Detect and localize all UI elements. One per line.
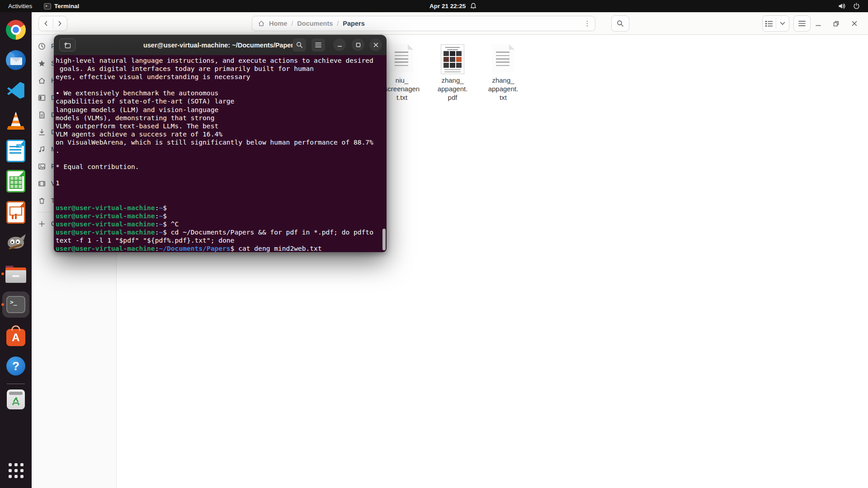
terminal-maximize-button[interactable] bbox=[352, 38, 364, 51]
breadcrumb[interactable]: Home / Documents / Papers ⋮ bbox=[252, 16, 595, 31]
document-icon bbox=[38, 111, 46, 119]
terminal-output[interactable]: high-level natural language instructions… bbox=[54, 55, 387, 252]
downloads-icon bbox=[38, 128, 46, 136]
new-tab-button[interactable] bbox=[59, 38, 75, 52]
videos-icon bbox=[38, 180, 46, 188]
power-icon bbox=[853, 3, 860, 9]
history-nav bbox=[38, 16, 67, 31]
back-button[interactable] bbox=[39, 16, 53, 31]
home-icon bbox=[38, 77, 46, 84]
breadcrumb-home[interactable]: Home bbox=[269, 20, 287, 27]
files-close-button[interactable] bbox=[849, 18, 860, 29]
view-options-dropdown[interactable] bbox=[776, 16, 789, 31]
dock-item-visual-studio-code[interactable] bbox=[5, 80, 27, 101]
terminal-title-bar[interactable]: user@user-virtual-machine: ~/Documents/P… bbox=[54, 35, 387, 55]
pictures-icon bbox=[38, 163, 46, 170]
dock-item-libreoffice-writer[interactable] bbox=[5, 140, 27, 162]
plus-icon bbox=[38, 220, 46, 228]
dock-item-libreoffice-calc[interactable] bbox=[5, 170, 27, 192]
dock-item-gnome-terminal[interactable]: >_ bbox=[5, 294, 27, 315]
breadcrumb-papers[interactable]: Papers bbox=[343, 20, 364, 27]
file-label: zhang_ appagent. txt bbox=[478, 76, 528, 102]
terminal-menu-button[interactable] bbox=[311, 38, 325, 52]
location-kebab-menu-icon[interactable]: ⋮ bbox=[581, 17, 593, 30]
files-header-bar: Home / Documents / Papers ⋮ bbox=[32, 12, 868, 35]
terminal-scrollbar[interactable] bbox=[382, 229, 386, 250]
files-hamburger-menu[interactable] bbox=[793, 15, 811, 32]
dock-item-gimp[interactable] bbox=[5, 232, 27, 254]
focused-app-label: Terminal bbox=[54, 3, 79, 9]
terminal-close-button[interactable] bbox=[369, 38, 382, 51]
dock-item-vlc-media-player[interactable] bbox=[5, 110, 27, 131]
file-label: zhang_ appagent. pdf bbox=[427, 76, 478, 102]
dock-item-libreoffice-impress[interactable] bbox=[5, 202, 27, 223]
terminal-window: user@user-virtual-machine: ~/Documents/P… bbox=[54, 35, 387, 252]
focused-app-menu[interactable]: > Terminal bbox=[44, 0, 79, 12]
view-toggle-split-button bbox=[762, 15, 789, 32]
running-indicator-dot bbox=[1, 272, 4, 275]
files-search-button[interactable] bbox=[611, 15, 629, 32]
file-item-zhang_appagent.txt[interactable]: zhang_ appagent. txt bbox=[478, 44, 528, 102]
dock-item-help[interactable]: ? bbox=[5, 355, 27, 377]
forward-button[interactable] bbox=[53, 16, 67, 31]
dock-item-show-applications[interactable] bbox=[5, 460, 27, 481]
notification-bell-icon bbox=[470, 3, 476, 9]
trash-icon bbox=[38, 197, 46, 205]
terminal-app-icon: > bbox=[44, 3, 51, 9]
dock-divider bbox=[7, 384, 25, 384]
dock-item-google-chrome[interactable] bbox=[5, 19, 27, 41]
dock-item-nautilus-files[interactable] bbox=[5, 263, 27, 285]
star-icon bbox=[38, 60, 46, 67]
activities-button[interactable]: Activities bbox=[8, 0, 32, 12]
volume-icon bbox=[838, 3, 846, 9]
activities-label: Activities bbox=[8, 3, 32, 9]
recent-icon bbox=[38, 42, 46, 50]
list-view-button[interactable] bbox=[763, 16, 776, 31]
terminal-minimize-button[interactable] bbox=[333, 38, 346, 51]
dock-item-trash[interactable] bbox=[5, 389, 27, 410]
terminal-search-button[interactable] bbox=[292, 38, 306, 52]
dock-item-ubuntu-software[interactable]: A bbox=[5, 325, 27, 347]
desktop-icon bbox=[38, 94, 46, 102]
files-restore-button[interactable] bbox=[830, 18, 841, 29]
home-icon bbox=[258, 20, 265, 27]
clock-menu[interactable]: Apr 21 22:25 bbox=[429, 0, 476, 12]
breadcrumb-documents[interactable]: Documents bbox=[297, 20, 333, 27]
top-bar: Activities > Terminal Apr 21 22:25 bbox=[0, 0, 868, 12]
running-indicator-dot bbox=[1, 303, 4, 306]
text-file-icon bbox=[391, 44, 413, 72]
dock: >_A? bbox=[0, 12, 32, 488]
text-file-icon bbox=[492, 44, 514, 72]
pdf-thumbnail-icon bbox=[441, 44, 464, 74]
music-icon bbox=[38, 145, 46, 153]
files-minimize-button[interactable] bbox=[813, 18, 824, 29]
active-app-highlight bbox=[2, 291, 29, 318]
dock-item-thunderbird-mail[interactable] bbox=[5, 49, 27, 71]
file-item-zhang_appagent.pdf[interactable]: zhang_ appagent. pdf bbox=[427, 44, 478, 102]
clock-label: Apr 21 22:25 bbox=[429, 3, 466, 9]
system-status-area[interactable] bbox=[838, 0, 860, 12]
